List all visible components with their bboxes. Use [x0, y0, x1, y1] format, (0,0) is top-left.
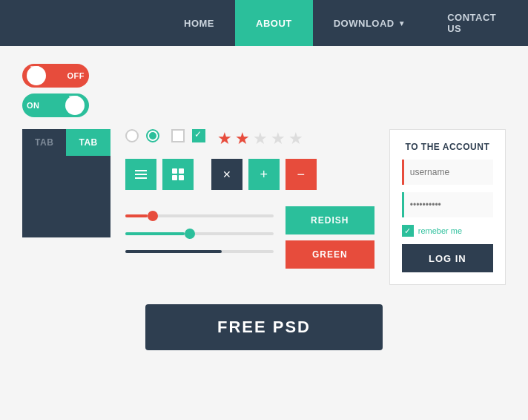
nav-about[interactable]: ABOUT — [235, 0, 313, 46]
list-icon-button[interactable] — [125, 159, 156, 190]
tabs-section: TAB TAB — [22, 129, 110, 237]
nav-home[interactable]: HOME — [163, 0, 235, 46]
toggle-off-label: OFF — [67, 71, 85, 80]
slider-2-row — [125, 229, 274, 239]
sliders-section — [125, 211, 274, 257]
slider-3-fill — [125, 250, 222, 253]
slider-1-row — [125, 211, 274, 221]
tab-content-area — [22, 156, 110, 237]
green-button[interactable]: GREEN — [286, 240, 374, 269]
username-input[interactable] — [402, 160, 493, 185]
main-content: OFF ON TAB TAB — [0, 46, 528, 365]
tab-1[interactable]: TAB — [22, 129, 66, 156]
toggle-thumb-off — [27, 66, 46, 85]
star-5[interactable]: ★ — [288, 129, 303, 148]
stars-row: ★ ★ ★ ★ ★ — [217, 129, 303, 148]
action-buttons: REDISH GREEN — [286, 206, 374, 269]
grid-icon-button[interactable] — [162, 159, 194, 190]
star-2[interactable]: ★ — [235, 129, 250, 148]
toggle-on[interactable]: ON — [22, 93, 89, 117]
checkbox-group — [171, 129, 205, 142]
checkbox-unchecked[interactable] — [171, 129, 185, 142]
radio-unchecked[interactable] — [125, 129, 139, 142]
password-input[interactable] — [402, 192, 493, 217]
remember-label: remeber me — [418, 226, 462, 235]
star-1[interactable]: ★ — [217, 129, 232, 148]
content-grid: TAB TAB ★ ★ ★ ★ — [22, 129, 506, 285]
slider-3-track[interactable] — [125, 250, 274, 253]
plus-icon-button[interactable]: + — [248, 159, 280, 190]
slider-3-row — [125, 246, 274, 257]
nav-contact[interactable]: CONTACT US — [426, 0, 528, 46]
minus-icon-button[interactable]: − — [286, 159, 317, 190]
radio-group — [125, 129, 159, 142]
icon-buttons-row: ✕ + − — [125, 159, 374, 190]
close-icon-button[interactable]: ✕ — [211, 159, 242, 190]
remember-checkbox[interactable]: ✓ — [402, 225, 414, 237]
free-psd-button[interactable]: FREE PSD — [145, 304, 383, 350]
remember-row: ✓ remeber me — [402, 225, 493, 237]
tabs-header: TAB TAB — [22, 129, 110, 156]
tab-2[interactable]: TAB — [66, 129, 110, 156]
minus-icon: − — [297, 167, 306, 183]
star-4[interactable]: ★ — [271, 129, 286, 148]
login-title: TO THE ACCOUNT — [402, 142, 493, 152]
middle-section: ★ ★ ★ ★ ★ — [125, 129, 374, 269]
toggles-section: OFF ON — [22, 64, 89, 117]
top-row: OFF ON — [22, 61, 506, 117]
list-icon — [135, 170, 147, 179]
toggle-on-label: ON — [27, 101, 40, 110]
plus-icon: + — [260, 167, 268, 183]
form-controls-row: ★ ★ ★ ★ ★ — [125, 129, 374, 148]
radio-checked[interactable] — [146, 129, 159, 142]
login-section: TO THE ACCOUNT ✓ remeber me LOG IN — [389, 129, 506, 285]
slider-2-fill — [125, 232, 185, 235]
dropdown-arrow-icon: ▼ — [398, 19, 406, 27]
toggle-thumb-on — [65, 96, 85, 115]
checkbox-checked[interactable] — [192, 129, 205, 142]
free-psd-row: FREE PSD — [22, 304, 506, 350]
close-icon: ✕ — [222, 168, 231, 180]
grid-icon — [172, 168, 184, 180]
navbar: HOME ABOUT DOWNLOAD ▼ CONTACT US — [0, 0, 528, 46]
toggle-lines-off — [27, 66, 46, 75]
toggle-off[interactable]: OFF — [22, 64, 89, 88]
nav-download[interactable]: DOWNLOAD ▼ — [313, 0, 426, 46]
login-button[interactable]: LOG IN — [402, 244, 493, 272]
star-3[interactable]: ★ — [253, 129, 268, 148]
slider-1-track[interactable] — [125, 214, 274, 217]
slider-1-fill — [125, 214, 148, 217]
redish-button[interactable]: REDISH — [286, 206, 374, 234]
slider-2-thumb[interactable] — [185, 229, 195, 239]
slider-1-thumb[interactable] — [148, 211, 158, 221]
toggle-lines-on — [65, 96, 85, 105]
bottom-area: REDISH GREEN — [125, 203, 374, 269]
slider-2-track[interactable] — [125, 232, 274, 235]
